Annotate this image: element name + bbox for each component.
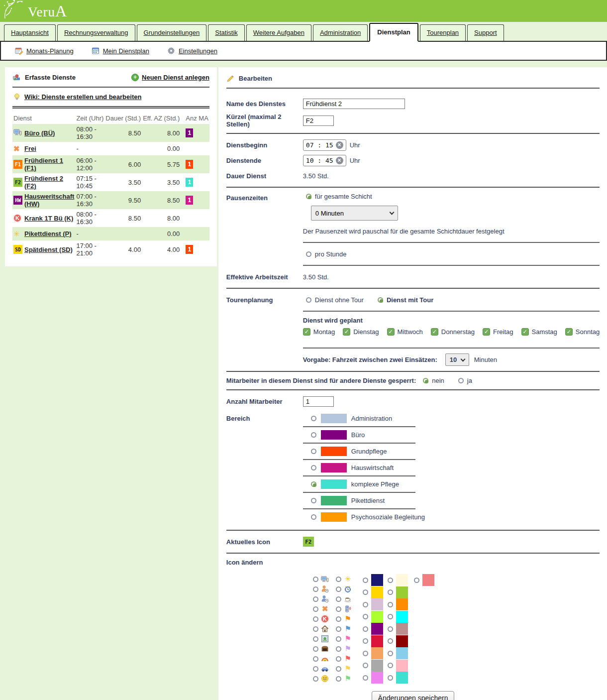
tab-dienstplan[interactable]: Dienstplan bbox=[369, 23, 418, 42]
icon-option-computer[interactable] bbox=[313, 574, 336, 584]
radio-gesperrt-nein[interactable]: nein bbox=[423, 377, 444, 384]
dienst-link[interactable]: Krank 1T Bü (K) bbox=[24, 215, 73, 222]
icon-option-person-orange-clock[interactable] bbox=[313, 584, 336, 594]
icon-option-flag-orange[interactable]: ⚑ bbox=[336, 614, 363, 624]
color-option[interactable] bbox=[388, 574, 414, 586]
floral-ornament-icon bbox=[3, 0, 26, 22]
icon-option-person-blue-clock[interactable] bbox=[313, 594, 336, 604]
tab-hauptansicht[interactable]: Hauptansicht bbox=[4, 24, 56, 41]
bereich-option-komplexe-pflege[interactable]: komplexe Pflege bbox=[303, 479, 600, 489]
icon-option-mobile-phone[interactable] bbox=[336, 604, 363, 614]
checkbox-montag[interactable]: Montag bbox=[303, 328, 335, 336]
color-option[interactable] bbox=[363, 647, 388, 659]
icon-option-coffee-cup[interactable] bbox=[336, 594, 363, 604]
dienst-link[interactable]: Büro (BÜ) bbox=[24, 129, 55, 137]
color-option[interactable] bbox=[388, 611, 414, 623]
icon-option-flag-yellow[interactable]: ⚑ bbox=[336, 664, 363, 674]
bereich-option-psychosoziale-begleitung[interactable]: Psychosoziale Begleitung bbox=[303, 512, 600, 522]
color-option[interactable] bbox=[388, 660, 414, 672]
icon-option-car[interactable] bbox=[313, 664, 336, 674]
color-option[interactable] bbox=[388, 623, 414, 635]
icon-option-cross[interactable]: ✖ bbox=[313, 604, 336, 614]
icon-option-chest[interactable] bbox=[313, 644, 336, 654]
checkbox-mittwoch[interactable]: Mittwoch bbox=[387, 328, 423, 336]
color-option[interactable] bbox=[388, 647, 414, 659]
icon-option-flag-blue[interactable]: ⚑ bbox=[336, 624, 363, 634]
bereich-option-buero[interactable]: Büro bbox=[303, 430, 600, 440]
color-option[interactable] bbox=[363, 672, 388, 684]
fahrzeit-select[interactable]: 10 bbox=[445, 353, 469, 366]
clear-time-icon[interactable] bbox=[336, 141, 343, 149]
color-option[interactable] bbox=[363, 660, 388, 672]
dienst-link[interactable]: Frei bbox=[24, 145, 36, 152]
kuerzel-input[interactable] bbox=[303, 116, 334, 126]
icon-option-flag-violet[interactable]: ⚑ bbox=[336, 644, 363, 654]
icon-option-house[interactable] bbox=[313, 624, 336, 634]
color-option[interactable] bbox=[363, 598, 388, 610]
dienst-link[interactable]: Frühdienst 1 (F1) bbox=[24, 157, 63, 172]
neuen-dienst-anlegen-link[interactable]: + Neuen Dienst anlegen bbox=[131, 74, 209, 81]
icon-option-krank[interactable]: K bbox=[313, 614, 336, 624]
icon-option-picture[interactable] bbox=[313, 634, 336, 644]
anzahl-mitarbeiter-input[interactable] bbox=[303, 396, 334, 407]
bereich-option-hauswirtschaft[interactable]: Hauswirtschaft bbox=[303, 463, 600, 472]
bereich-option-pikettdienst[interactable]: Pikettdienst bbox=[303, 496, 600, 505]
color-swatch bbox=[321, 414, 347, 423]
radio-fuer-gesamte-schicht[interactable]: für gesamte Schicht bbox=[303, 193, 372, 200]
tab-administration[interactable]: Administration bbox=[313, 24, 368, 41]
color-option[interactable] bbox=[363, 635, 388, 647]
computer-icon bbox=[13, 128, 22, 136]
clear-time-icon[interactable] bbox=[336, 157, 343, 164]
icon-option-alarm-clock[interactable] bbox=[336, 584, 363, 594]
radio-dienst-ohne-tour[interactable]: Dienst ohne Tour bbox=[306, 296, 364, 304]
radio-pro-stunde[interactable]: pro Stunde bbox=[303, 250, 600, 258]
color-option[interactable] bbox=[363, 586, 388, 598]
radio-gesperrt-ja[interactable]: ja bbox=[458, 377, 472, 384]
checkbox-dienstag[interactable]: Dienstag bbox=[343, 328, 379, 336]
table-row: ✳ Pikettdienst (P) - 0.00 bbox=[12, 227, 209, 240]
icon-option-rainbow[interactable] bbox=[313, 654, 336, 664]
tab-weitere-aufgaben[interactable]: Weitere Aufgaben bbox=[246, 24, 311, 41]
color-option[interactable] bbox=[388, 598, 414, 610]
tab-statistik[interactable]: Statistik bbox=[208, 24, 245, 41]
radio-dienst-mit-tour[interactable]: Dienst mit Tour bbox=[378, 296, 433, 304]
tab-tourenplan[interactable]: Tourenplan bbox=[420, 24, 466, 41]
radio-icon bbox=[363, 602, 368, 607]
color-option[interactable] bbox=[363, 574, 388, 586]
checkbox-donnerstag[interactable]: Donnerstag bbox=[431, 328, 475, 336]
tab-support[interactable]: Support bbox=[467, 24, 504, 41]
dienst-link[interactable]: Spätdienst (SD) bbox=[24, 246, 73, 253]
tab-grundeinstellungen[interactable]: Grundeinstellungen bbox=[137, 24, 207, 41]
checkbox-freitag[interactable]: Freitag bbox=[483, 328, 513, 336]
color-option[interactable] bbox=[388, 635, 414, 647]
color-option[interactable] bbox=[363, 611, 388, 623]
dienst-link[interactable]: Hausweritschaft (HW) bbox=[24, 193, 74, 208]
color-option[interactable] bbox=[363, 623, 388, 635]
bereich-option-grundpflege[interactable]: Grundpflege bbox=[303, 447, 600, 456]
checkbox-samstag[interactable]: Samstag bbox=[521, 328, 557, 336]
icon-option-flag-green[interactable]: ⚑ bbox=[336, 674, 363, 684]
dienstbeginn-input[interactable]: 07 : 15 bbox=[303, 139, 346, 151]
divider bbox=[303, 459, 415, 460]
wiki-link[interactable]: Wiki: Dienste erstellen und bearbeiten bbox=[12, 93, 209, 101]
color-option[interactable] bbox=[414, 574, 444, 586]
dienstende-input[interactable]: 10 : 45 bbox=[303, 155, 346, 166]
icon-option-flag-red[interactable]: ⚑ bbox=[336, 654, 363, 664]
subnav-einstellungen[interactable]: Einstellungen bbox=[167, 47, 217, 55]
color-option[interactable] bbox=[388, 586, 414, 598]
icon-option-asterisk[interactable]: ✳ bbox=[336, 574, 363, 584]
name-input[interactable] bbox=[303, 99, 405, 109]
dienst-link[interactable]: Pikettdienst (P) bbox=[24, 230, 72, 237]
tab-rechnungsverwaltung[interactable]: Rechnungsverwaltung bbox=[57, 24, 135, 41]
save-button[interactable]: Änderungen speichern bbox=[372, 691, 455, 700]
bereich-option-administration[interactable]: Administration bbox=[303, 414, 600, 423]
color-option[interactable] bbox=[388, 672, 414, 684]
pausen-minuten-select[interactable]: 0 Minuten bbox=[311, 206, 398, 221]
checkbox-sonntag[interactable]: Sonntag bbox=[565, 328, 600, 336]
dienst-link[interactable]: Frühdienst 2 (F2) bbox=[24, 175, 63, 190]
subnav-monats-planung[interactable]: Monats-Planung bbox=[15, 47, 74, 55]
icon-option-flag-pink[interactable]: ⚑ bbox=[336, 634, 363, 644]
subnav-mein-dienstplan[interactable]: Mein Dienstplan bbox=[92, 47, 149, 55]
icon-picker-grid: ✖ K ✳ ⚑ ⚑ ⚑ ⚑ ⚑ ⚑ ⚑ bbox=[313, 574, 600, 684]
icon-option-smiley[interactable] bbox=[313, 674, 336, 684]
